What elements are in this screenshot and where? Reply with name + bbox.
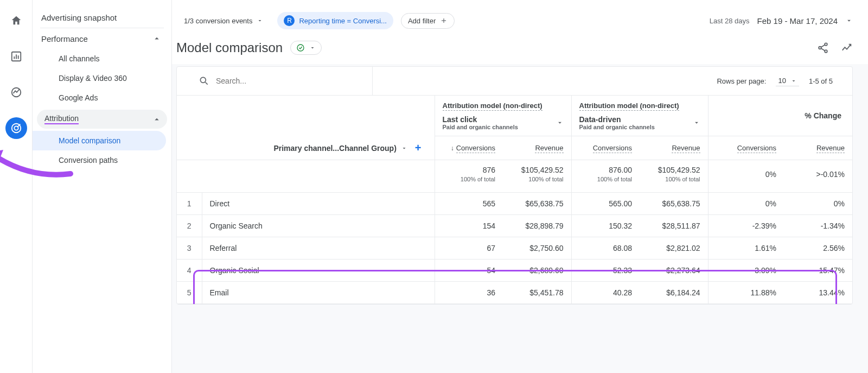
- cell: 150.32: [571, 215, 640, 237]
- cell: 2.56%: [784, 237, 852, 260]
- cell: -2.39%: [708, 215, 784, 237]
- cell: $6,184.24: [640, 282, 708, 304]
- cell: $2,689.60: [503, 260, 571, 282]
- date-range-value[interactable]: Feb 19 - Mar 17, 2024: [757, 16, 838, 26]
- col-g2-revenue[interactable]: Revenue: [640, 136, 708, 160]
- sidebar-item[interactable]: All channels: [33, 49, 171, 68]
- insights-icon[interactable]: [841, 42, 853, 54]
- search-input[interactable]: [216, 77, 324, 85]
- cell: 54: [435, 260, 503, 282]
- nav-advertising-snapshot[interactable]: Advertising snapshot: [33, 8, 171, 28]
- total-g2-rev: $105,429.52: [658, 166, 700, 174]
- page-title: Model comparison: [176, 40, 283, 55]
- cell: 565.00: [571, 193, 640, 215]
- table-row[interactable]: 3Referral67$2,750.6068.08$2,821.021.61%2…: [177, 237, 852, 260]
- annotation-arrow: [0, 130, 81, 185]
- total-chg-rev: >-0.01%: [816, 170, 845, 179]
- main: 1/3 conversion events R Reporting time =…: [172, 0, 868, 373]
- status-dropdown[interactable]: [290, 41, 322, 55]
- svg-point-11: [200, 77, 206, 83]
- cell: 565: [435, 193, 503, 215]
- col-g1-revenue[interactable]: Revenue: [503, 136, 571, 160]
- group1-sub: Paid and organic channels: [443, 124, 518, 130]
- cell: $5,451.78: [503, 282, 571, 304]
- col-g1-conversions[interactable]: ↓Conversions: [435, 136, 503, 160]
- label: Performance: [41, 34, 88, 43]
- label: Attribution: [44, 114, 79, 124]
- row-label: Organic Social: [202, 260, 435, 282]
- cell: 68.08: [571, 237, 640, 260]
- svg-rect-3: [17, 55, 18, 59]
- table-row[interactable]: 1Direct565$65,638.75565.00$65,638.750%0%: [177, 193, 852, 215]
- cell: $28,898.79: [503, 215, 571, 237]
- share-icon[interactable]: [817, 42, 829, 54]
- cell: 40.28: [571, 282, 640, 304]
- caret-down-icon[interactable]: [845, 17, 853, 24]
- cell: -3.09%: [708, 260, 784, 282]
- table-row[interactable]: 4Organic Social54$2,689.6052.33$2,273.64…: [177, 260, 852, 282]
- svg-point-7: [297, 45, 304, 51]
- group2-model-dropdown[interactable]: [693, 119, 700, 127]
- row-index: 4: [177, 260, 202, 282]
- date-range-label: Last 28 days: [710, 17, 750, 25]
- rows-per-page-select[interactable]: 10: [776, 75, 799, 86]
- cell: 0%: [784, 193, 852, 215]
- label: Primary channel...Channel Group): [273, 144, 396, 153]
- cell: 67: [435, 237, 503, 260]
- cell: $65,638.75: [640, 193, 708, 215]
- label: Add filter: [408, 17, 436, 25]
- col-g2-conversions[interactable]: Conversions: [571, 136, 640, 160]
- add-filter-button[interactable]: Add filter: [401, 13, 455, 29]
- filter-chip-reporting-time[interactable]: R Reporting time = Conversi...: [277, 12, 393, 29]
- cell: $2,821.02: [640, 237, 708, 260]
- total-chg-conv: 0%: [765, 170, 776, 179]
- sidebar-item[interactable]: Google Ads: [33, 88, 171, 108]
- table-search[interactable]: [177, 68, 372, 94]
- svg-rect-1: [14, 56, 15, 59]
- caret-down-icon: [257, 17, 263, 24]
- cell: 1.61%: [708, 237, 784, 260]
- cell: 154: [435, 215, 503, 237]
- total-g2-conv: 876.00: [609, 166, 632, 174]
- label: 1/3 conversion events: [184, 17, 252, 25]
- label: Advertising snapshot: [41, 13, 117, 22]
- row-label: Email: [202, 282, 435, 304]
- table-row[interactable]: 2Organic Search154$28,898.79150.32$28,51…: [177, 215, 852, 237]
- dimension-dropdown[interactable]: Primary channel...Channel Group): [273, 144, 407, 153]
- col-chg-revenue[interactable]: Revenue: [784, 136, 852, 160]
- table-row[interactable]: 5Email36$5,451.7840.28$6,184.2411.88%13.…: [177, 282, 852, 304]
- explore-icon[interactable]: [5, 81, 27, 103]
- cell: -1.34%: [784, 215, 852, 237]
- rows-per-page-label: Rows per page:: [717, 77, 766, 85]
- topbar: 1/3 conversion events R Reporting time =…: [172, 0, 868, 37]
- add-dimension-button[interactable]: +: [415, 142, 422, 154]
- svg-rect-2: [16, 54, 17, 59]
- conversion-events-dropdown[interactable]: 1/3 conversion events: [177, 14, 270, 28]
- reports-icon[interactable]: [5, 46, 27, 67]
- nav-performance[interactable]: Performance: [33, 28, 171, 49]
- col-chg-conversions[interactable]: Conversions: [708, 136, 784, 160]
- cell: 36: [435, 282, 503, 304]
- home-icon[interactable]: [5, 10, 27, 31]
- group1-model-dropdown[interactable]: [556, 119, 564, 127]
- comparison-card: Rows per page: 10 1-5 of 5: [176, 66, 853, 305]
- chevron-up-icon: [152, 34, 162, 43]
- nav-attribution[interactable]: Attribution: [37, 110, 167, 129]
- group1-title: Attribution model (non-direct): [443, 102, 542, 111]
- page-status: 1-5 of 5: [809, 77, 833, 85]
- filter-text: Reporting time = Conversi...: [299, 17, 386, 25]
- cell: -15.47%: [784, 260, 852, 282]
- cell: $2,273.64: [640, 260, 708, 282]
- cell: 52.33: [571, 260, 640, 282]
- total-g1-conv: 876: [483, 166, 495, 174]
- row-index: 3: [177, 237, 202, 260]
- cell: 11.88%: [708, 282, 784, 304]
- filter-badge: R: [284, 15, 295, 26]
- sidebar-item[interactable]: Display & Video 360: [33, 68, 171, 88]
- row-label: Referral: [202, 237, 435, 260]
- cell: 13.44%: [784, 282, 852, 304]
- page-title-row: Model comparison: [172, 37, 868, 64]
- cell: $28,511.87: [640, 215, 708, 237]
- row-index: 1: [177, 193, 202, 215]
- change-title: % Change: [805, 111, 841, 120]
